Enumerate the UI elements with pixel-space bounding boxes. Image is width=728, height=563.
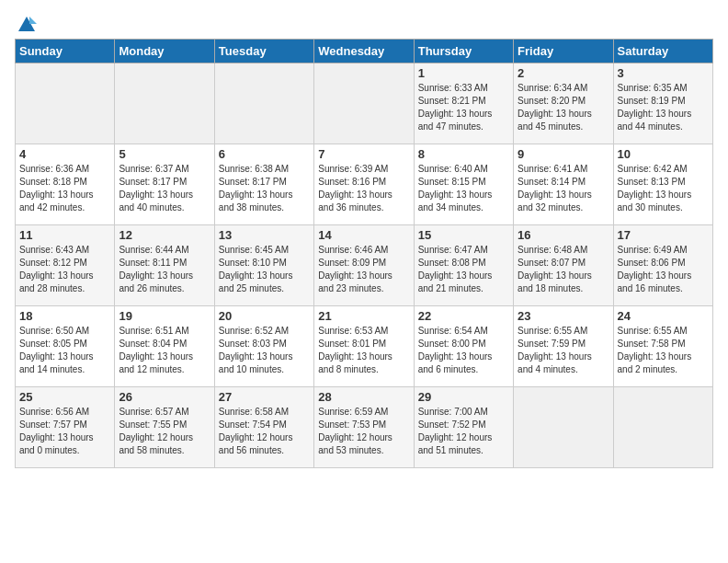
calendar-cell [115,63,214,144]
calendar-cell: 21Sunrise: 6:53 AMSunset: 8:01 PMDayligh… [314,306,414,387]
day-number: 4 [19,147,110,161]
day-number: 15 [418,228,509,242]
day-number: 29 [418,390,509,404]
day-number: 12 [119,228,210,242]
day-number: 21 [318,309,409,323]
day-info: Sunrise: 6:39 AMSunset: 8:16 PMDaylight:… [318,163,409,214]
calendar-cell: 17Sunrise: 6:49 AMSunset: 8:06 PMDayligh… [613,225,712,306]
day-number: 17 [618,228,709,242]
day-info: Sunrise: 6:45 AMSunset: 8:10 PMDaylight:… [219,244,310,295]
calendar-cell: 28Sunrise: 6:59 AMSunset: 7:53 PMDayligh… [314,387,414,468]
day-info: Sunrise: 6:33 AMSunset: 8:21 PMDaylight:… [418,82,509,133]
day-number: 19 [119,309,210,323]
calendar-cell [314,63,414,144]
calendar-cell: 1Sunrise: 6:33 AMSunset: 8:21 PMDaylight… [414,63,513,144]
day-info: Sunrise: 6:55 AMSunset: 7:58 PMDaylight:… [618,325,709,376]
day-info: Sunrise: 6:44 AMSunset: 8:11 PMDaylight:… [119,244,210,295]
calendar-cell: 25Sunrise: 6:56 AMSunset: 7:57 PMDayligh… [16,387,115,468]
day-info: Sunrise: 6:38 AMSunset: 8:17 PMDaylight:… [219,163,310,214]
calendar-cell: 12Sunrise: 6:44 AMSunset: 8:11 PMDayligh… [115,225,214,306]
calendar-cell: 29Sunrise: 7:00 AMSunset: 7:52 PMDayligh… [414,387,513,468]
day-info: Sunrise: 6:46 AMSunset: 8:09 PMDaylight:… [318,244,409,295]
day-info: Sunrise: 6:41 AMSunset: 8:14 PMDaylight:… [518,163,609,214]
day-number: 13 [219,228,310,242]
calendar-cell: 24Sunrise: 6:55 AMSunset: 7:58 PMDayligh… [613,306,712,387]
day-number: 28 [318,390,409,404]
day-info: Sunrise: 6:36 AMSunset: 8:18 PMDaylight:… [19,163,110,214]
calendar-cell: 13Sunrise: 6:45 AMSunset: 8:10 PMDayligh… [214,225,313,306]
day-header-saturday: Saturday [613,40,712,63]
header-row: SundayMondayTuesdayWednesdayThursdayFrid… [16,40,713,63]
day-number: 23 [518,309,609,323]
calendar-cell: 7Sunrise: 6:39 AMSunset: 8:16 PMDaylight… [314,144,414,225]
day-info: Sunrise: 6:49 AMSunset: 8:06 PMDaylight:… [618,244,709,295]
day-info: Sunrise: 6:40 AMSunset: 8:15 PMDaylight:… [418,163,509,214]
calendar-cell: 9Sunrise: 6:41 AMSunset: 8:14 PMDaylight… [514,144,613,225]
calendar-table: SundayMondayTuesdayWednesdayThursdayFrid… [15,39,713,468]
calendar-cell: 2Sunrise: 6:34 AMSunset: 8:20 PMDaylight… [514,63,613,144]
calendar-cell: 11Sunrise: 6:43 AMSunset: 8:12 PMDayligh… [16,225,115,306]
day-info: Sunrise: 6:56 AMSunset: 7:57 PMDaylight:… [19,406,110,457]
calendar-cell: 22Sunrise: 6:54 AMSunset: 8:00 PMDayligh… [414,306,513,387]
calendar-cell: 5Sunrise: 6:37 AMSunset: 8:17 PMDaylight… [115,144,214,225]
calendar-cell [514,387,613,468]
day-info: Sunrise: 6:54 AMSunset: 8:00 PMDaylight:… [418,325,509,376]
day-info: Sunrise: 6:58 AMSunset: 7:54 PMDaylight:… [219,406,310,457]
calendar-cell: 23Sunrise: 6:55 AMSunset: 7:59 PMDayligh… [514,306,613,387]
day-number: 9 [518,147,609,161]
day-info: Sunrise: 6:52 AMSunset: 8:03 PMDaylight:… [219,325,310,376]
day-number: 24 [618,309,709,323]
day-number: 1 [418,66,509,80]
day-number: 20 [219,309,310,323]
logo-icon [17,15,37,35]
calendar-cell: 15Sunrise: 6:47 AMSunset: 8:08 PMDayligh… [414,225,513,306]
calendar-cell: 4Sunrise: 6:36 AMSunset: 8:18 PMDaylight… [16,144,115,225]
day-number: 26 [119,390,210,404]
day-info: Sunrise: 6:42 AMSunset: 8:13 PMDaylight:… [618,163,709,214]
day-number: 10 [618,147,709,161]
day-number: 6 [219,147,310,161]
week-row-2: 4Sunrise: 6:36 AMSunset: 8:18 PMDaylight… [16,144,713,225]
day-info: Sunrise: 6:37 AMSunset: 8:17 PMDaylight:… [119,163,210,214]
day-info: Sunrise: 6:59 AMSunset: 7:53 PMDaylight:… [318,406,409,457]
day-info: Sunrise: 6:50 AMSunset: 8:05 PMDaylight:… [19,325,110,376]
day-info: Sunrise: 6:47 AMSunset: 8:08 PMDaylight:… [418,244,509,295]
calendar-cell: 18Sunrise: 6:50 AMSunset: 8:05 PMDayligh… [16,306,115,387]
calendar-cell: 14Sunrise: 6:46 AMSunset: 8:09 PMDayligh… [314,225,414,306]
day-number: 2 [518,66,609,80]
calendar-cell [214,63,313,144]
day-number: 18 [19,309,110,323]
day-number: 11 [19,228,110,242]
day-number: 3 [618,66,709,80]
week-row-3: 11Sunrise: 6:43 AMSunset: 8:12 PMDayligh… [16,225,713,306]
calendar-cell: 26Sunrise: 6:57 AMSunset: 7:55 PMDayligh… [115,387,214,468]
day-number: 25 [19,390,110,404]
day-header-sunday: Sunday [16,40,115,63]
day-header-monday: Monday [115,40,214,63]
day-info: Sunrise: 6:57 AMSunset: 7:55 PMDaylight:… [119,406,210,457]
calendar-cell: 19Sunrise: 6:51 AMSunset: 8:04 PMDayligh… [115,306,214,387]
calendar-cell: 3Sunrise: 6:35 AMSunset: 8:19 PMDaylight… [613,63,712,144]
day-number: 14 [318,228,409,242]
day-info: Sunrise: 6:51 AMSunset: 8:04 PMDaylight:… [119,325,210,376]
day-number: 7 [318,147,409,161]
week-row-5: 25Sunrise: 6:56 AMSunset: 7:57 PMDayligh… [16,387,713,468]
day-header-tuesday: Tuesday [214,40,313,63]
day-info: Sunrise: 6:48 AMSunset: 8:07 PMDaylight:… [518,244,609,295]
day-header-wednesday: Wednesday [314,40,414,63]
calendar-cell: 8Sunrise: 6:40 AMSunset: 8:15 PMDaylight… [414,144,513,225]
svg-marker-1 [29,17,37,24]
day-info: Sunrise: 6:34 AMSunset: 8:20 PMDaylight:… [518,82,609,133]
day-number: 16 [518,228,609,242]
week-row-1: 1Sunrise: 6:33 AMSunset: 8:21 PMDaylight… [16,63,713,144]
day-header-thursday: Thursday [414,40,513,63]
calendar-cell: 6Sunrise: 6:38 AMSunset: 8:17 PMDaylight… [214,144,313,225]
day-info: Sunrise: 6:35 AMSunset: 8:19 PMDaylight:… [618,82,709,133]
day-number: 8 [418,147,509,161]
logo [15,15,37,31]
calendar-cell: 20Sunrise: 6:52 AMSunset: 8:03 PMDayligh… [214,306,313,387]
page-header [15,15,713,31]
day-number: 27 [219,390,310,404]
day-info: Sunrise: 6:53 AMSunset: 8:01 PMDaylight:… [318,325,409,376]
day-info: Sunrise: 6:43 AMSunset: 8:12 PMDaylight:… [19,244,110,295]
